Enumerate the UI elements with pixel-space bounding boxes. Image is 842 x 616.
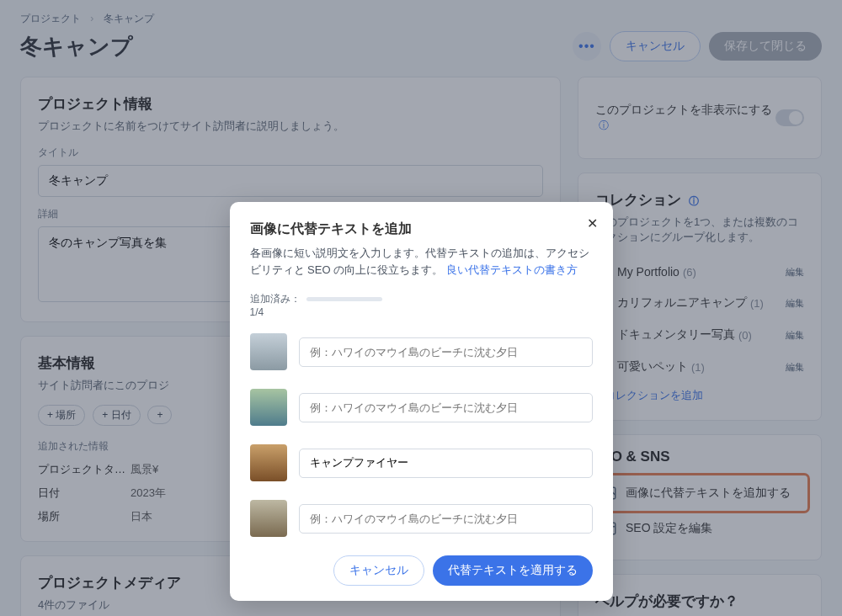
alt-input-4[interactable] [299, 504, 593, 534]
modal-overlay: ✕ 画像に代替テキストを追加 各画像に短い説明文を入力します。代替テキストの追加… [0, 0, 842, 616]
alt-thumb-2 [250, 389, 287, 426]
close-icon[interactable]: ✕ [587, 215, 598, 231]
alt-text-modal: ✕ 画像に代替テキストを追加 各画像に短い説明文を入力します。代替テキストの追加… [230, 202, 613, 601]
modal-desc: 各画像に短い説明文を入力します。代替テキストの追加は、アクセシビリティと SEO… [250, 245, 593, 278]
progress-count: 1/4 [250, 306, 593, 318]
alt-thumb-3 [250, 444, 287, 481]
progress-bar [306, 297, 382, 301]
alt-input-2[interactable] [299, 393, 593, 422]
alt-input-3[interactable] [299, 449, 593, 478]
modal-apply-button[interactable]: 代替テキストを適用する [433, 555, 593, 586]
modal-title: 画像に代替テキストを追加 [250, 220, 593, 238]
alt-input-1[interactable] [299, 337, 593, 367]
modal-cancel-button[interactable]: キャンセル [333, 555, 424, 586]
progress-label: 追加済み： [250, 293, 301, 305]
modal-help-link[interactable]: 良い代替テキストの書き方 [446, 263, 578, 276]
alt-thumb-4 [250, 500, 287, 537]
alt-thumb-1 [250, 333, 287, 370]
